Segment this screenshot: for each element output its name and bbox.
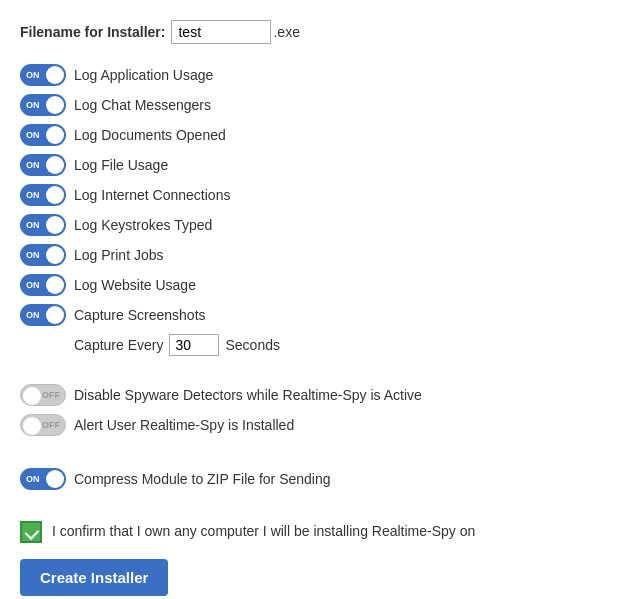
compress-toggle[interactable]: ON (20, 468, 66, 490)
toggle-label-log-file: Log File Usage (74, 157, 168, 173)
toggle-label-alert-user: Alert User Realtime-Spy is Installed (74, 417, 294, 433)
toggle-row-log-keystrokes: ON Log Keystrokes Typed (20, 214, 600, 236)
toggle-disable-spyware[interactable]: OFF (20, 384, 66, 406)
capture-every-prefix: Capture Every (74, 337, 163, 353)
toggle-log-chat[interactable]: ON (20, 94, 66, 116)
toggle-label-log-app-usage: Log Application Usage (74, 67, 213, 83)
toggle-label-log-chat: Log Chat Messengers (74, 97, 211, 113)
toggle-label-log-docs: Log Documents Opened (74, 127, 226, 143)
toggle-row-log-internet: ON Log Internet Connections (20, 184, 600, 206)
filename-extension: .exe (273, 24, 299, 40)
capture-every-suffix: Seconds (225, 337, 279, 353)
toggle-row-log-print: ON Log Print Jobs (20, 244, 600, 266)
confirm-row: I confirm that I own any computer I will… (20, 520, 600, 543)
toggle-row-capture-screenshots: ON Capture Screenshots (20, 304, 600, 326)
toggle-label-disable-spyware: Disable Spyware Detectors while Realtime… (74, 387, 422, 403)
toggle-row-disable-spyware: OFF Disable Spyware Detectors while Real… (20, 384, 600, 406)
toggle-row-log-chat: ON Log Chat Messengers (20, 94, 600, 116)
toggle-label-capture-screenshots: Capture Screenshots (74, 307, 206, 323)
on-toggles-container: ON Log Application Usage ON Log Chat Mes… (20, 64, 600, 326)
toggle-log-file[interactable]: ON (20, 154, 66, 176)
toggle-log-print[interactable]: ON (20, 244, 66, 266)
toggle-label-log-internet: Log Internet Connections (74, 187, 230, 203)
toggle-row-log-website: ON Log Website Usage (20, 274, 600, 296)
filename-row: Filename for Installer: .exe (20, 20, 600, 44)
toggle-capture-screenshots[interactable]: ON (20, 304, 66, 326)
toggle-log-app-usage[interactable]: ON (20, 64, 66, 86)
toggle-label-log-keystrokes: Log Keystrokes Typed (74, 217, 212, 233)
toggle-log-internet[interactable]: ON (20, 184, 66, 206)
toggle-label-log-print: Log Print Jobs (74, 247, 164, 263)
confirm-checkbox[interactable] (20, 521, 42, 543)
toggle-row-alert-user: OFF Alert User Realtime-Spy is Installed (20, 414, 600, 436)
toggle-log-keystrokes[interactable]: ON (20, 214, 66, 236)
toggle-row-log-docs: ON Log Documents Opened (20, 124, 600, 146)
capture-every-input[interactable] (169, 334, 219, 356)
compress-toggle-label: Compress Module to ZIP File for Sending (74, 471, 331, 487)
compress-toggle-row: ON Compress Module to ZIP File for Sendi… (20, 468, 600, 490)
capture-every-row: Capture Every Seconds (74, 334, 600, 356)
create-installer-button[interactable]: Create Installer (20, 559, 168, 596)
off-toggles-container: OFF Disable Spyware Detectors while Real… (20, 384, 600, 436)
filename-label: Filename for Installer: (20, 24, 165, 40)
toggle-row-log-file: ON Log File Usage (20, 154, 600, 176)
toggle-alert-user[interactable]: OFF (20, 414, 66, 436)
confirm-text: I confirm that I own any computer I will… (52, 520, 475, 542)
toggle-row-log-app-usage: ON Log Application Usage (20, 64, 600, 86)
toggle-label-log-website: Log Website Usage (74, 277, 196, 293)
toggle-log-docs[interactable]: ON (20, 124, 66, 146)
filename-input[interactable] (171, 20, 271, 44)
toggle-log-website[interactable]: ON (20, 274, 66, 296)
